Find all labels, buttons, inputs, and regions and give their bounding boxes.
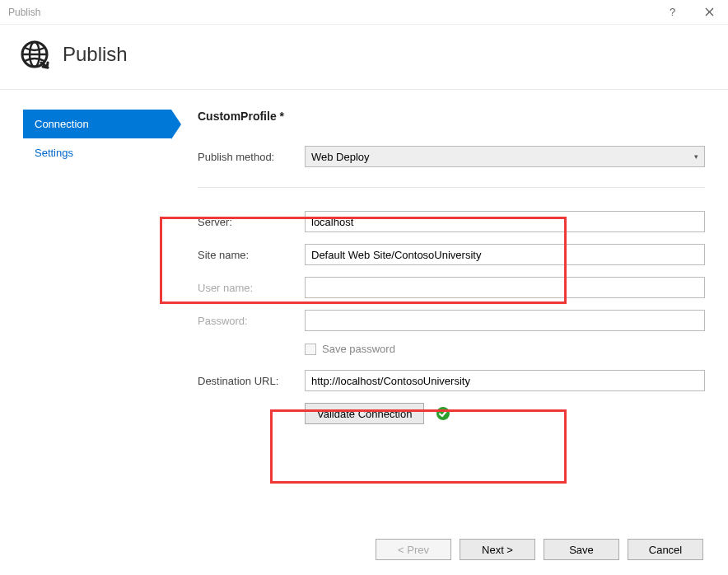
close-button[interactable] (691, 0, 728, 25)
tab-connection[interactable]: Connection (23, 110, 171, 138)
site-name-input[interactable] (305, 244, 705, 265)
page-title: Publish (63, 43, 128, 66)
site-name-label: Site name: (198, 249, 305, 261)
destination-url-label: Destination URL: (198, 375, 305, 387)
sidebar: Connection Settings (23, 110, 171, 424)
server-label: Server: (198, 216, 305, 228)
globe-icon (20, 40, 49, 69)
window-title: Publish (8, 7, 654, 18)
save-password-label: Save password (322, 343, 395, 355)
password-label: Password: (198, 315, 305, 327)
main-panel: CustomProfile * Publish method: Web Depl… (171, 110, 705, 424)
chevron-down-icon: ▾ (694, 152, 698, 161)
save-password-checkbox[interactable] (305, 344, 316, 355)
close-icon (705, 7, 714, 16)
user-name-input[interactable] (305, 277, 705, 298)
publish-method-label: Publish method: (198, 151, 305, 163)
save-button[interactable]: Save (544, 539, 619, 560)
tab-label: Settings (35, 147, 73, 159)
cancel-button[interactable]: Cancel (628, 539, 703, 560)
dialog-footer: < Prev Next > Save Cancel (376, 539, 703, 560)
svg-point-3 (436, 407, 450, 420)
tab-settings[interactable]: Settings (23, 138, 171, 167)
prev-button: < Prev (376, 539, 451, 560)
next-button[interactable]: Next > (460, 539, 535, 560)
select-value: Web Deploy (311, 151, 370, 163)
destination-url-input[interactable] (305, 370, 705, 391)
user-name-label: User name: (198, 282, 305, 294)
titlebar: Publish ? (0, 0, 728, 25)
header: Publish (0, 25, 728, 90)
profile-title: CustomProfile * (198, 110, 705, 123)
password-input[interactable] (305, 310, 705, 331)
server-input[interactable] (305, 211, 705, 232)
help-icon: ? (670, 6, 675, 18)
validate-connection-button[interactable]: Validate Connection (305, 403, 424, 424)
publish-method-select[interactable]: Web Deploy ▾ (305, 146, 705, 167)
tab-label: Connection (35, 118, 89, 130)
check-success-icon (436, 406, 450, 421)
help-button[interactable]: ? (654, 0, 691, 25)
divider (198, 187, 705, 188)
